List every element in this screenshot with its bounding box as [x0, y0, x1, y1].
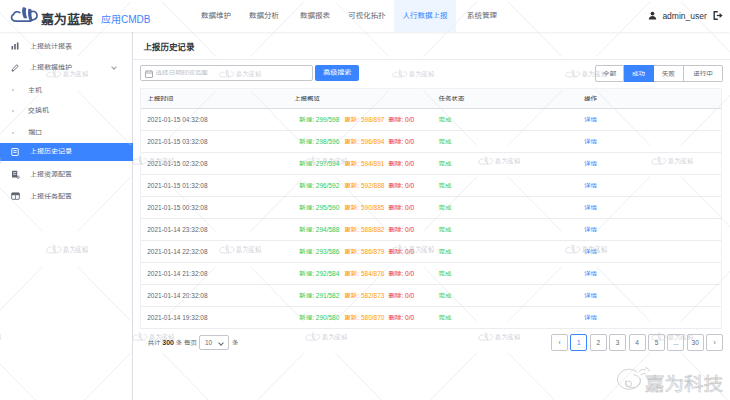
svg-text:嘉为科技: 嘉为科技 [645, 368, 723, 397]
